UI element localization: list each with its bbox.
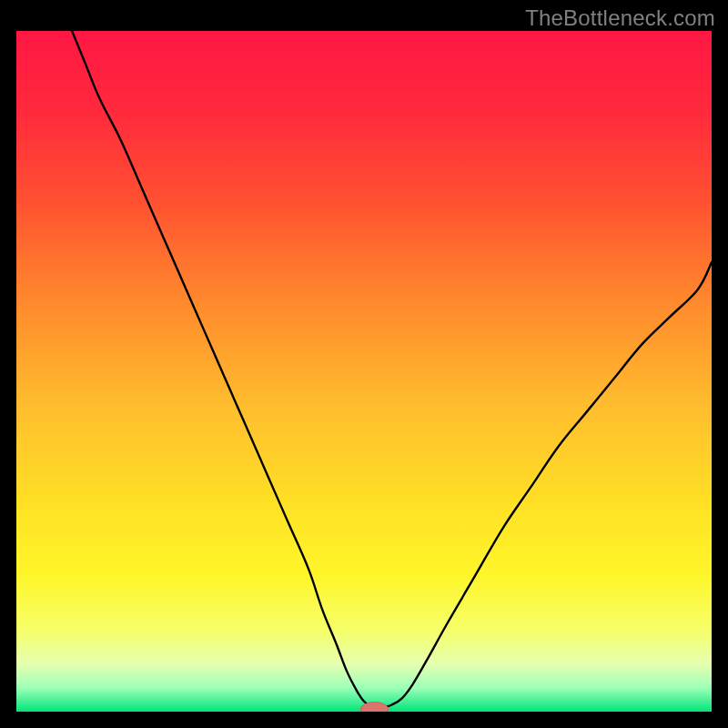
bottleneck-chart xyxy=(16,31,712,712)
plot-area xyxy=(16,31,712,712)
chart-frame: TheBottleneck.com xyxy=(0,0,728,728)
watermark-text: TheBottleneck.com xyxy=(525,5,715,31)
gradient-background xyxy=(16,31,712,712)
